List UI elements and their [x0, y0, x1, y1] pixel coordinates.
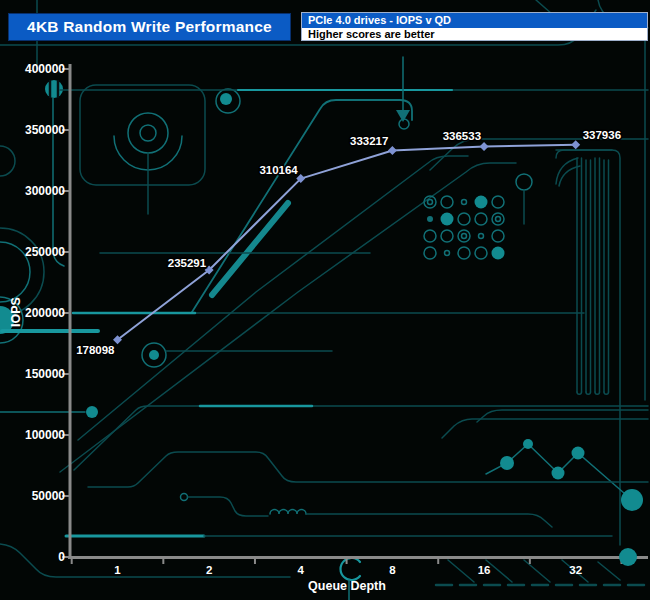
- y-tick-label: 100000: [25, 428, 65, 442]
- y-tick-label: 50000: [32, 489, 66, 503]
- series-line: [118, 145, 576, 340]
- chart-subtitle: PCIe 4.0 drives - IOPS v QD: [302, 13, 647, 28]
- data-point-marker: [480, 142, 489, 151]
- chart-canvas: 0500001000001500002000002500003000003500…: [0, 0, 650, 600]
- y-tick-label: 200000: [25, 306, 65, 320]
- y-tick-label: 300000: [25, 184, 65, 198]
- chart-subtitle-box: PCIe 4.0 drives - IOPS v QD Higher score…: [301, 12, 648, 41]
- data-point-label: 333217: [350, 135, 388, 147]
- x-tick-label: 32: [569, 564, 582, 576]
- y-axis-title: IOPS: [9, 297, 23, 327]
- circuit-background: [0, 0, 648, 600]
- chart-title-box: 4KB Random Write Performance: [8, 13, 291, 41]
- y-tick-label: 350000: [25, 123, 65, 137]
- x-axis-title: Queue Depth: [308, 579, 386, 593]
- x-tick-label: 16: [478, 564, 491, 576]
- benchmark-chart-screenshot: 0500001000001500002000002500003000003500…: [0, 0, 650, 600]
- x-tick-label: 8: [389, 564, 396, 576]
- chart-title: 4KB Random Write Performance: [27, 18, 272, 36]
- x-tick-label: 4: [298, 564, 305, 576]
- data-point-marker: [388, 146, 397, 155]
- y-tick-label: 400000: [25, 62, 65, 76]
- data-point-label: 310164: [259, 164, 298, 176]
- x-tick-label: 2: [206, 564, 212, 576]
- y-tick-label: 150000: [25, 367, 65, 381]
- x-tick-label: 1: [114, 564, 121, 576]
- data-point-label: 178098: [76, 344, 115, 356]
- axis-end-pad: [619, 548, 637, 566]
- data-series: 178098235291310164333217336533337936: [76, 129, 621, 356]
- chart-note: Higher scores are better: [302, 28, 647, 40]
- data-point-marker: [571, 140, 580, 149]
- data-point-label: 337936: [583, 129, 621, 141]
- y-tick-label: 250000: [25, 245, 65, 259]
- data-point-label: 336533: [443, 130, 481, 142]
- y-tick-label: 0: [58, 550, 65, 564]
- data-point-label: 235291: [168, 257, 207, 269]
